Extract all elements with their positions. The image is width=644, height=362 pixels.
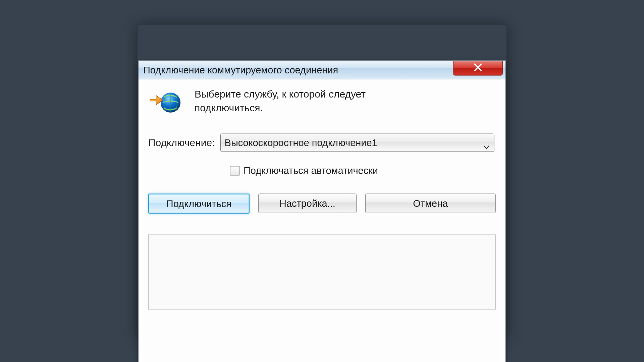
- auto-connect-checkbox[interactable]: [230, 166, 239, 175]
- connection-dropdown[interactable]: Высокоскоростное подключение1: [220, 134, 494, 152]
- settings-button[interactable]: Настройка...: [258, 194, 357, 213]
- status-panel: [148, 235, 496, 310]
- window-title: Подключение коммутируемого соединения: [143, 64, 338, 75]
- connection-label: Подключение:: [148, 137, 215, 148]
- close-icon: [473, 62, 483, 74]
- cancel-button[interactable]: Отмена: [365, 194, 496, 213]
- connection-globe-icon: [150, 90, 183, 116]
- connect-button-label: Подключиться: [166, 198, 231, 209]
- title-bar[interactable]: Подключение коммутируемого соединения: [139, 61, 505, 79]
- instruction-text: Выберите службу, к которой следует подкл…: [195, 87, 416, 115]
- connection-selected-value: Высокоскоростное подключение1: [225, 137, 377, 148]
- dialog-body: Выберите службу, к которой следует подкл…: [142, 79, 502, 362]
- desktop-frame: Подключение коммутируемого соединения: [137, 24, 507, 338]
- auto-connect-label: Подключаться автоматически: [244, 165, 378, 176]
- cancel-button-label: Отмена: [413, 198, 448, 209]
- dialup-connection-dialog: Подключение коммутируемого соединения: [138, 61, 506, 362]
- settings-button-label: Настройка...: [279, 198, 335, 209]
- close-button[interactable]: [453, 61, 503, 76]
- chevron-down-icon: [483, 141, 489, 145]
- connect-button[interactable]: Подключиться: [148, 194, 250, 214]
